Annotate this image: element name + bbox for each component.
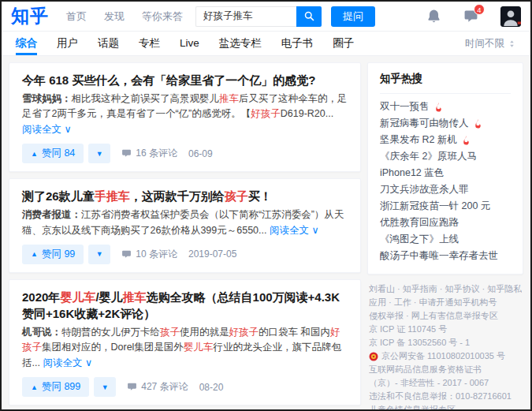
- hot-search-item[interactable]: 酸汤子中毒唯一幸存者去世: [380, 248, 511, 264]
- ask-question-button[interactable]: 提问: [331, 6, 375, 27]
- read-more-link[interactable]: 阅读全文 ∨: [270, 225, 319, 236]
- hot-search-item[interactable]: 坚果发布 R2 新机: [380, 132, 511, 148]
- comment-bubble-icon: [127, 382, 137, 392]
- tab-item[interactable]: 盐选专栏: [219, 32, 262, 55]
- tab-item[interactable]: 圈子: [333, 32, 354, 55]
- nav-item[interactable]: 发现: [104, 9, 125, 24]
- hot-search-item[interactable]: 刀文兵涉故意杀人罪: [380, 181, 511, 198]
- result-title-link[interactable]: 测了26款儿童手推车，这两款千万别给孩子买！: [22, 188, 348, 204]
- tab-item[interactable]: 电子书: [281, 32, 314, 55]
- text-segment-highlight: 推车: [219, 93, 239, 104]
- hot-search-item[interactable]: 《庆余年 2》原班人马: [380, 148, 511, 165]
- messages-button[interactable]: 4: [463, 9, 478, 24]
- zhihu-logo[interactable]: 知乎: [11, 7, 49, 25]
- upvote-button[interactable]: ▲赞同 84: [22, 144, 84, 163]
- hot-search-text: 优胜教育回应跑路: [380, 215, 459, 231]
- flame-icon: [461, 135, 471, 145]
- footer-line[interactable]: 侵权举报 · 网上有害信息举报专区: [369, 309, 522, 323]
- hot-search-item[interactable]: iPhone12 蓝色: [380, 165, 511, 181]
- footer-line[interactable]: 互联网药品信息服务资格证书: [369, 363, 522, 376]
- upvote-triangle-icon: ▲: [31, 383, 38, 391]
- text-segment: 使用的就是: [180, 327, 229, 338]
- read-more-link[interactable]: 阅读全文 ∨: [22, 124, 72, 135]
- tab-item[interactable]: 综合: [16, 32, 37, 55]
- footer-line[interactable]: 刘看山 · 知乎指南 · 知乎协议 · 知乎隐私保护指引: [369, 282, 522, 296]
- result-author: 雪球妈妈：: [22, 93, 72, 104]
- hot-search-item[interactable]: 新冠病毒可由物传人: [380, 115, 511, 132]
- result-author: 消费者报道：: [22, 209, 81, 220]
- footer-line-text: 儿童色情信息举报专区: [369, 403, 456, 409]
- footer-line-text: 京公网安备 11010802010035 号: [381, 349, 505, 363]
- hot-search-text: iPhone12 蓝色: [380, 165, 444, 181]
- footer-line[interactable]: 儿童色情信息举报专区: [369, 403, 522, 409]
- text-segment: 买！: [248, 189, 272, 203]
- upvote-button[interactable]: ▲赞同 99: [22, 245, 84, 264]
- search-button[interactable]: [296, 6, 322, 27]
- result-title-link[interactable]: 今年 618 买些什么，会有「给家里省了一个亿」的感觉?: [22, 72, 348, 88]
- tab-item[interactable]: 用户: [57, 32, 78, 55]
- nav-item[interactable]: 首页: [66, 9, 87, 24]
- result-meta-row: ▲赞同 899▼427 条评论08-20: [22, 377, 348, 397]
- comments-link[interactable]: 427 条评论: [127, 380, 188, 394]
- hot-search-text: 酸汤子中毒唯一幸存者去世: [380, 248, 498, 264]
- footer-line[interactable]: （京）- 非经营性 - 2017 - 0067: [369, 376, 522, 390]
- footer-line[interactable]: 京 ICP 备 13052560 号 - 1: [369, 336, 522, 349]
- hot-search-text: 双十一预售: [380, 99, 430, 115]
- result-snippet: 机哥说：特朗普的女儿伊万卡给孩子使用的就是好孩子的口袋车 和国内好孩子集团相对应…: [22, 325, 348, 371]
- time-filter-dropdown[interactable]: 时间不限: [465, 32, 516, 55]
- result-snippet: 消费者报道：江苏省消费者权益保护委员会（以下简称“江苏消委会”）从天猫、京东以及…: [22, 207, 348, 238]
- hot-search-text: 《鸿图之下》上线: [380, 231, 459, 248]
- footer-line-text: 违法和不良信息举报：010-82716601: [369, 390, 512, 403]
- public-security-badge-icon: [369, 352, 378, 361]
- search-input[interactable]: [195, 6, 296, 27]
- user-avatar[interactable]: [500, 6, 521, 27]
- search-result-card: 今年 618 买些什么，会有「给家里省了一个亿」的感觉?雪球妈妈：相比我这种之前…: [9, 62, 361, 172]
- footer-line-text: 侵权举报 · 网上有害信息举报专区: [369, 309, 498, 323]
- page-content: 今年 618 买些什么，会有「给家里省了一个亿」的感觉?雪球妈妈：相比我这种之前…: [2, 56, 530, 409]
- footer-line-text: 互联网药品信息服务资格证书: [369, 363, 482, 376]
- flame-icon: [433, 102, 444, 112]
- footer-line[interactable]: 京公网安备 11010802010035 号: [369, 349, 522, 363]
- footer-line-text: 刘看山 · 知乎指南 · 知乎协议 · 知乎隐私保护指引: [369, 282, 522, 296]
- downvote-triangle-icon: ▼: [102, 383, 109, 391]
- downvote-button[interactable]: ▼: [94, 377, 116, 397]
- hot-search-item[interactable]: 优胜教育回应跑路: [380, 215, 511, 231]
- text-segment-highlight: 孩子: [160, 327, 180, 338]
- search-result-tabs: 综合用户话题专栏Live盐选专栏电子书圈子 时间不限: [2, 32, 530, 56]
- upvote-button[interactable]: ▲赞同 899: [22, 377, 89, 397]
- footer-line-text: 应用 · 工作 · 申请开通知乎机构号: [369, 296, 497, 309]
- comments-link[interactable]: 16 条评论: [121, 147, 177, 160]
- hot-search-item[interactable]: 《鸿图之下》上线: [380, 231, 511, 248]
- hot-search-card: 知乎热搜 双十一预售新冠病毒可由物传人坚果发布 R2 新机《庆余年 2》原班人马…: [367, 62, 523, 275]
- downvote-button[interactable]: ▼: [88, 245, 110, 264]
- hot-search-title: 知乎热搜: [380, 72, 511, 94]
- result-date: 08-20: [199, 382, 224, 393]
- search-bar: [195, 6, 322, 27]
- notifications-button[interactable]: [426, 9, 441, 24]
- tab-item[interactable]: 话题: [98, 32, 119, 55]
- result-meta-row: ▲赞同 84▼16 条评论06-09: [22, 144, 348, 163]
- result-title-link[interactable]: 2020年婴儿车/婴儿推车选购全攻略（总结自100万阅读+4.3K赞同+16K收…: [22, 289, 348, 322]
- hot-search-item[interactable]: 浙江新冠疫苗一针 200 元: [380, 198, 511, 215]
- site-footer: 刘看山 · 知乎指南 · 知乎协议 · 知乎隐私保护指引应用 · 工作 · 申请…: [367, 282, 523, 409]
- upvote-triangle-icon: ▲: [31, 150, 38, 158]
- message-count-badge: 4: [474, 4, 485, 15]
- text-segment: /婴儿: [95, 290, 122, 304]
- flame-icon: [473, 118, 483, 129]
- hot-search-item[interactable]: 双十一预售: [380, 99, 511, 115]
- tab-item[interactable]: 专栏: [139, 32, 160, 55]
- comments-count: 427 条评论: [141, 380, 188, 394]
- footer-line[interactable]: 违法和不良信息举报：010-82716601: [369, 390, 522, 403]
- result-date: 06-09: [188, 148, 213, 159]
- footer-line[interactable]: 应用 · 工作 · 申请开通知乎机构号: [369, 296, 522, 309]
- text-segment: 测了26款儿童: [22, 189, 95, 203]
- footer-line[interactable]: 京 ICP 证 110745 号: [369, 323, 522, 336]
- text-segment-highlight: 婴儿车: [184, 342, 214, 353]
- downvote-button[interactable]: ▼: [88, 144, 110, 163]
- result-author: 机哥说：: [22, 327, 61, 338]
- comments-link[interactable]: 10 条评论: [121, 248, 177, 261]
- nav-item[interactable]: 等你来答: [142, 9, 183, 24]
- tab-item[interactable]: Live: [180, 32, 199, 55]
- read-more-link[interactable]: 阅读全文 ∨: [43, 357, 92, 368]
- footer-line-text: 京 ICP 备 13052560 号 - 1: [369, 336, 470, 349]
